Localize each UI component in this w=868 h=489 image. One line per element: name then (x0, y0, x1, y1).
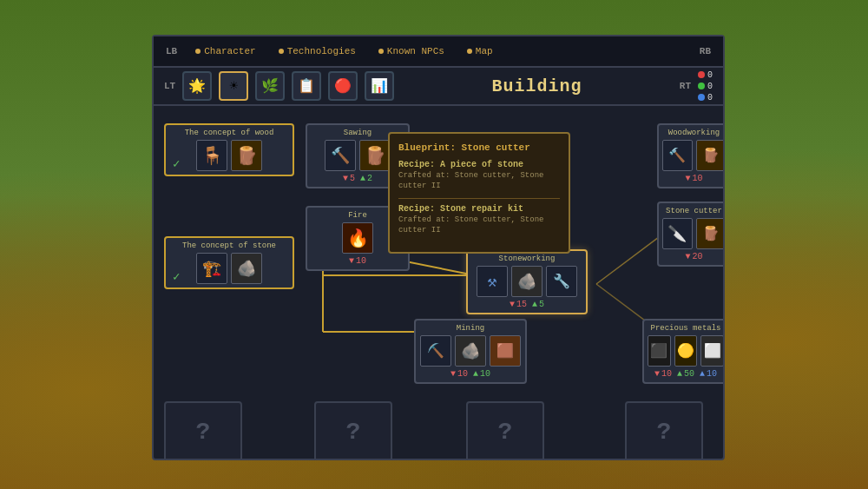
tech-icon-wood-1: 🪑 (196, 140, 227, 171)
tooltip-divider (398, 198, 560, 199)
unknown-node-2[interactable]: ? (314, 401, 392, 459)
tech-node-stone-icons: 🏗️ 🪨 (169, 253, 289, 284)
tech-node-fire-costs: ▼10 (311, 256, 404, 266)
status-indicators: 0 0 0 (698, 70, 713, 102)
unknown-icon-3: ? (498, 419, 513, 446)
tech-node-stoneworking-title: Stoneworking (471, 254, 582, 263)
unknown-node-4[interactable]: ? (625, 401, 703, 459)
status-val-green: 0 (707, 82, 713, 91)
tooltip-recipe-1-title: Recipe: A piece of stone (398, 160, 560, 169)
tooltip-panel: Blueprint: Stone cutter Recipe: A piece … (388, 132, 570, 254)
tech-icon-stoneworking-3: 🔧 (546, 266, 577, 297)
tech-icon-mining-1: ⛏️ (420, 335, 451, 367)
tech-node-woodworking-costs: ▼10 (662, 174, 723, 183)
cost-woodworking-red: ▼10 (685, 174, 702, 183)
cost-fire-red: ▼10 (349, 256, 366, 266)
status-dot-red (698, 71, 705, 78)
toolbar-title: Building (401, 76, 673, 96)
toolbar-lt-label: LT (164, 81, 175, 91)
tech-node-wood-check: ✓ (173, 156, 180, 171)
tech-node-woodworking[interactable]: Woodworking 🔨 🪵 ▼10 (657, 123, 723, 188)
tech-node-stoneworking[interactable]: Stoneworking ⚒️ 🪨 🔧 ▼15 ▲5 (466, 249, 588, 314)
tech-icon-stone-2: 🪨 (231, 253, 262, 284)
nav-dot-npcs (378, 49, 384, 54)
tech-icon-stoneworking-1: ⚒️ (477, 266, 508, 297)
tech-node-mining-title: Mining (419, 324, 522, 333)
nav-bar: LB Character Technologies Known NPCs Map… (154, 36, 723, 68)
status-dot-green (698, 83, 705, 89)
tech-node-stone-cutter[interactable]: Stone cutter 🔪 🪵 ▼20 (657, 202, 723, 267)
tech-icon-stone-cutter-1: 🔪 (662, 218, 693, 249)
status-row-green: 0 (698, 82, 713, 91)
unknown-icon-2: ? (346, 419, 361, 446)
toolbar-icon-4[interactable]: 📋 (292, 71, 321, 101)
tech-node-mining[interactable]: Mining ⛏️ 🪨 🟫 ▼10 ▲10 (414, 319, 527, 384)
tech-icon-sawing-1: 🔨 (325, 140, 356, 171)
tech-node-precious-metals[interactable]: Precious metals ⬛ 🟡 ⬜ ▼10 ▲50 ▲10 (642, 319, 723, 384)
nav-dot-map (467, 49, 472, 54)
toolbar-icon-3[interactable]: 🌿 (255, 71, 285, 101)
tech-icon-woodworking-2: 🪵 (696, 140, 724, 171)
tech-node-precious-metals-icons: ⬛ 🟡 ⬜ (648, 335, 723, 367)
content-area: The concept of wood 🪑 🪵 ✓ Sawing 🔨 🪵 ▼5 … (154, 106, 723, 459)
unknown-node-1[interactable]: ? (164, 401, 242, 459)
tech-node-mining-costs: ▼10 ▲10 (419, 369, 522, 379)
toolbar-icon-2[interactable]: ☀️ (219, 71, 248, 101)
status-val-blue: 0 (707, 93, 713, 102)
cost-precious-red: ▼10 (654, 369, 672, 379)
tech-icon-precious-3: ⬜ (700, 335, 723, 367)
tech-node-woodworking-icons: 🔨 🪵 (662, 140, 723, 171)
tech-node-stone-check: ✓ (173, 269, 180, 284)
tech-icon-fire-1: 🔥 (342, 222, 373, 254)
tech-node-stoneworking-icons: ⚒️ 🪨 🔧 (471, 266, 582, 297)
cost-precious-blue: ▲10 (700, 369, 717, 379)
cost-precious-green: ▲50 (677, 369, 694, 379)
unknown-icon-1: ? (196, 419, 211, 446)
cost-sawing-red: ▼5 (343, 174, 355, 183)
tech-node-precious-metals-costs: ▼10 ▲50 ▲10 (648, 369, 723, 379)
nav-tab-character[interactable]: Character (186, 42, 265, 61)
toolbar: LT 🌟 ☀️ 🌿 📋 🔴 📊 Building RT 0 0 0 (154, 68, 723, 106)
toolbar-icon-5[interactable]: 🔴 (328, 71, 358, 101)
tech-node-wood[interactable]: The concept of wood 🪑 🪵 ✓ (164, 123, 294, 176)
tooltip-title: Blueprint: Stone cutter (398, 142, 560, 153)
toolbar-icon-1[interactable]: 🌟 (182, 71, 212, 101)
tech-icon-precious-1: ⬛ (648, 335, 671, 367)
tech-node-mining-icons: ⛏️ 🪨 🟫 (419, 335, 522, 367)
nav-dot-character (195, 49, 201, 54)
toolbar-rt-label: RT (680, 81, 691, 91)
unknown-node-3[interactable]: ? (466, 401, 544, 459)
cost-stoneworking-red: ▼15 (510, 300, 527, 309)
tech-icon-wood-2: 🪵 (231, 140, 262, 171)
svg-line-7 (596, 232, 666, 284)
tech-icon-mining-2: 🪨 (455, 335, 486, 367)
nav-tab-technologies[interactable]: Technologies (269, 42, 365, 61)
main-panel: LB Character Technologies Known NPCs Map… (152, 35, 725, 460)
tooltip-recipe-1-sub: Crafted at: Stone cutter, Stone cutter I… (398, 171, 560, 191)
tech-node-stone-cutter-title: Stone cutter (662, 207, 723, 215)
cost-stone-cutter-red: ▼20 (685, 252, 702, 261)
nav-dot-technologies (279, 49, 284, 54)
tech-icon-stone-1: 🏗️ (196, 253, 227, 284)
toolbar-icon-6[interactable]: 📊 (365, 71, 394, 101)
tech-icon-stone-cutter-2: 🪵 (696, 218, 724, 249)
tech-icon-mining-3: 🟫 (490, 335, 521, 367)
tech-node-stone-cutter-costs: ▼20 (662, 252, 723, 261)
nav-lb-label: LB (161, 46, 182, 56)
tech-node-stone-cutter-icons: 🔪 🪵 (662, 218, 723, 249)
status-row-blue: 0 (698, 93, 713, 102)
unknown-icon-4: ? (657, 419, 672, 446)
nav-tab-known-npcs[interactable]: Known NPCs (369, 42, 454, 61)
status-dot-blue (698, 94, 705, 101)
status-val-red: 0 (707, 70, 713, 80)
tech-node-wood-icons: 🪑 🪵 (169, 140, 289, 171)
tech-node-wood-title: The concept of wood (169, 129, 289, 137)
tech-icon-woodworking-1: 🔨 (662, 140, 693, 171)
nav-tab-map[interactable]: Map (457, 42, 503, 61)
tech-node-woodworking-title: Woodworking (662, 129, 723, 137)
tech-node-stone-concept[interactable]: The concept of stone 🏗️ 🪨 ✓ (164, 236, 294, 289)
tech-icon-sawing-2: 🪵 (359, 140, 391, 171)
cost-mining-red: ▼10 (450, 369, 468, 379)
nav-rb-label: RB (694, 46, 716, 56)
tech-node-precious-metals-title: Precious metals (648, 324, 723, 333)
